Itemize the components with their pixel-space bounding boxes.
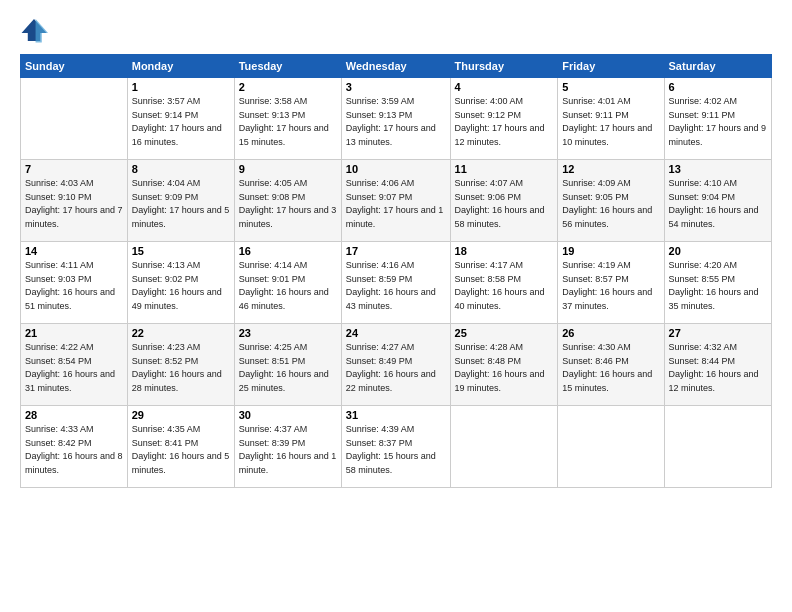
week-row-0: 1Sunrise: 3:57 AMSunset: 9:14 PMDaylight… <box>21 78 772 160</box>
day-number: 4 <box>455 81 554 93</box>
day-info: Sunrise: 4:11 AMSunset: 9:03 PMDaylight:… <box>25 259 123 313</box>
day-info: Sunrise: 4:05 AMSunset: 9:08 PMDaylight:… <box>239 177 337 231</box>
logo <box>20 16 52 44</box>
calendar-cell: 15Sunrise: 4:13 AMSunset: 9:02 PMDayligh… <box>127 242 234 324</box>
day-info: Sunrise: 4:07 AMSunset: 9:06 PMDaylight:… <box>455 177 554 231</box>
day-number: 7 <box>25 163 123 175</box>
day-number: 26 <box>562 327 659 339</box>
day-number: 13 <box>669 163 767 175</box>
day-info: Sunrise: 4:04 AMSunset: 9:09 PMDaylight:… <box>132 177 230 231</box>
day-info: Sunrise: 4:22 AMSunset: 8:54 PMDaylight:… <box>25 341 123 395</box>
calendar-cell: 23Sunrise: 4:25 AMSunset: 8:51 PMDayligh… <box>234 324 341 406</box>
day-info: Sunrise: 4:20 AMSunset: 8:55 PMDaylight:… <box>669 259 767 313</box>
week-row-1: 7Sunrise: 4:03 AMSunset: 9:10 PMDaylight… <box>21 160 772 242</box>
day-number: 11 <box>455 163 554 175</box>
day-number: 28 <box>25 409 123 421</box>
calendar-cell: 13Sunrise: 4:10 AMSunset: 9:04 PMDayligh… <box>664 160 771 242</box>
calendar-cell: 12Sunrise: 4:09 AMSunset: 9:05 PMDayligh… <box>558 160 664 242</box>
day-number: 25 <box>455 327 554 339</box>
day-number: 23 <box>239 327 337 339</box>
calendar-cell: 22Sunrise: 4:23 AMSunset: 8:52 PMDayligh… <box>127 324 234 406</box>
calendar-cell: 2Sunrise: 3:58 AMSunset: 9:13 PMDaylight… <box>234 78 341 160</box>
weekday-header-friday: Friday <box>558 55 664 78</box>
weekday-header-sunday: Sunday <box>21 55 128 78</box>
logo-icon <box>20 16 48 44</box>
calendar-cell: 17Sunrise: 4:16 AMSunset: 8:59 PMDayligh… <box>341 242 450 324</box>
day-number: 10 <box>346 163 446 175</box>
calendar-cell: 24Sunrise: 4:27 AMSunset: 8:49 PMDayligh… <box>341 324 450 406</box>
calendar-cell: 28Sunrise: 4:33 AMSunset: 8:42 PMDayligh… <box>21 406 128 488</box>
weekday-header-tuesday: Tuesday <box>234 55 341 78</box>
calendar-cell: 6Sunrise: 4:02 AMSunset: 9:11 PMDaylight… <box>664 78 771 160</box>
day-info: Sunrise: 4:35 AMSunset: 8:41 PMDaylight:… <box>132 423 230 477</box>
day-number: 16 <box>239 245 337 257</box>
svg-marker-1 <box>36 19 48 42</box>
calendar-cell: 5Sunrise: 4:01 AMSunset: 9:11 PMDaylight… <box>558 78 664 160</box>
day-info: Sunrise: 4:17 AMSunset: 8:58 PMDaylight:… <box>455 259 554 313</box>
calendar-cell: 27Sunrise: 4:32 AMSunset: 8:44 PMDayligh… <box>664 324 771 406</box>
calendar-cell <box>21 78 128 160</box>
day-number: 22 <box>132 327 230 339</box>
day-number: 14 <box>25 245 123 257</box>
day-number: 27 <box>669 327 767 339</box>
calendar-cell: 29Sunrise: 4:35 AMSunset: 8:41 PMDayligh… <box>127 406 234 488</box>
day-info: Sunrise: 4:39 AMSunset: 8:37 PMDaylight:… <box>346 423 446 477</box>
day-info: Sunrise: 4:37 AMSunset: 8:39 PMDaylight:… <box>239 423 337 477</box>
day-info: Sunrise: 4:23 AMSunset: 8:52 PMDaylight:… <box>132 341 230 395</box>
calendar-table: SundayMondayTuesdayWednesdayThursdayFrid… <box>20 54 772 488</box>
day-info: Sunrise: 4:28 AMSunset: 8:48 PMDaylight:… <box>455 341 554 395</box>
calendar-cell: 7Sunrise: 4:03 AMSunset: 9:10 PMDaylight… <box>21 160 128 242</box>
day-info: Sunrise: 4:00 AMSunset: 9:12 PMDaylight:… <box>455 95 554 149</box>
day-number: 15 <box>132 245 230 257</box>
calendar-cell: 21Sunrise: 4:22 AMSunset: 8:54 PMDayligh… <box>21 324 128 406</box>
day-info: Sunrise: 4:10 AMSunset: 9:04 PMDaylight:… <box>669 177 767 231</box>
day-info: Sunrise: 4:19 AMSunset: 8:57 PMDaylight:… <box>562 259 659 313</box>
day-number: 3 <box>346 81 446 93</box>
day-info: Sunrise: 4:01 AMSunset: 9:11 PMDaylight:… <box>562 95 659 149</box>
day-info: Sunrise: 4:27 AMSunset: 8:49 PMDaylight:… <box>346 341 446 395</box>
week-row-3: 21Sunrise: 4:22 AMSunset: 8:54 PMDayligh… <box>21 324 772 406</box>
calendar-cell: 20Sunrise: 4:20 AMSunset: 8:55 PMDayligh… <box>664 242 771 324</box>
day-info: Sunrise: 4:13 AMSunset: 9:02 PMDaylight:… <box>132 259 230 313</box>
day-info: Sunrise: 4:32 AMSunset: 8:44 PMDaylight:… <box>669 341 767 395</box>
calendar-cell <box>450 406 558 488</box>
weekday-header-wednesday: Wednesday <box>341 55 450 78</box>
calendar-cell: 11Sunrise: 4:07 AMSunset: 9:06 PMDayligh… <box>450 160 558 242</box>
day-number: 17 <box>346 245 446 257</box>
day-info: Sunrise: 4:03 AMSunset: 9:10 PMDaylight:… <box>25 177 123 231</box>
calendar-cell: 9Sunrise: 4:05 AMSunset: 9:08 PMDaylight… <box>234 160 341 242</box>
calendar-cell: 18Sunrise: 4:17 AMSunset: 8:58 PMDayligh… <box>450 242 558 324</box>
day-info: Sunrise: 3:58 AMSunset: 9:13 PMDaylight:… <box>239 95 337 149</box>
page: SundayMondayTuesdayWednesdayThursdayFrid… <box>0 0 792 612</box>
week-row-4: 28Sunrise: 4:33 AMSunset: 8:42 PMDayligh… <box>21 406 772 488</box>
weekday-header-thursday: Thursday <box>450 55 558 78</box>
day-number: 5 <box>562 81 659 93</box>
calendar-cell: 30Sunrise: 4:37 AMSunset: 8:39 PMDayligh… <box>234 406 341 488</box>
calendar-cell: 1Sunrise: 3:57 AMSunset: 9:14 PMDaylight… <box>127 78 234 160</box>
day-info: Sunrise: 4:06 AMSunset: 9:07 PMDaylight:… <box>346 177 446 231</box>
day-number: 24 <box>346 327 446 339</box>
calendar-cell: 31Sunrise: 4:39 AMSunset: 8:37 PMDayligh… <box>341 406 450 488</box>
calendar-cell: 26Sunrise: 4:30 AMSunset: 8:46 PMDayligh… <box>558 324 664 406</box>
calendar-cell: 25Sunrise: 4:28 AMSunset: 8:48 PMDayligh… <box>450 324 558 406</box>
calendar-cell: 8Sunrise: 4:04 AMSunset: 9:09 PMDaylight… <box>127 160 234 242</box>
day-info: Sunrise: 4:14 AMSunset: 9:01 PMDaylight:… <box>239 259 337 313</box>
calendar-cell: 10Sunrise: 4:06 AMSunset: 9:07 PMDayligh… <box>341 160 450 242</box>
day-info: Sunrise: 4:16 AMSunset: 8:59 PMDaylight:… <box>346 259 446 313</box>
header <box>20 16 772 44</box>
week-row-2: 14Sunrise: 4:11 AMSunset: 9:03 PMDayligh… <box>21 242 772 324</box>
day-info: Sunrise: 4:09 AMSunset: 9:05 PMDaylight:… <box>562 177 659 231</box>
day-number: 18 <box>455 245 554 257</box>
day-number: 20 <box>669 245 767 257</box>
calendar-cell <box>664 406 771 488</box>
day-info: Sunrise: 3:57 AMSunset: 9:14 PMDaylight:… <box>132 95 230 149</box>
calendar-cell: 14Sunrise: 4:11 AMSunset: 9:03 PMDayligh… <box>21 242 128 324</box>
day-number: 30 <box>239 409 337 421</box>
day-number: 2 <box>239 81 337 93</box>
day-info: Sunrise: 3:59 AMSunset: 9:13 PMDaylight:… <box>346 95 446 149</box>
weekday-header-row: SundayMondayTuesdayWednesdayThursdayFrid… <box>21 55 772 78</box>
day-number: 8 <box>132 163 230 175</box>
day-info: Sunrise: 4:30 AMSunset: 8:46 PMDaylight:… <box>562 341 659 395</box>
day-number: 21 <box>25 327 123 339</box>
calendar-cell: 3Sunrise: 3:59 AMSunset: 9:13 PMDaylight… <box>341 78 450 160</box>
